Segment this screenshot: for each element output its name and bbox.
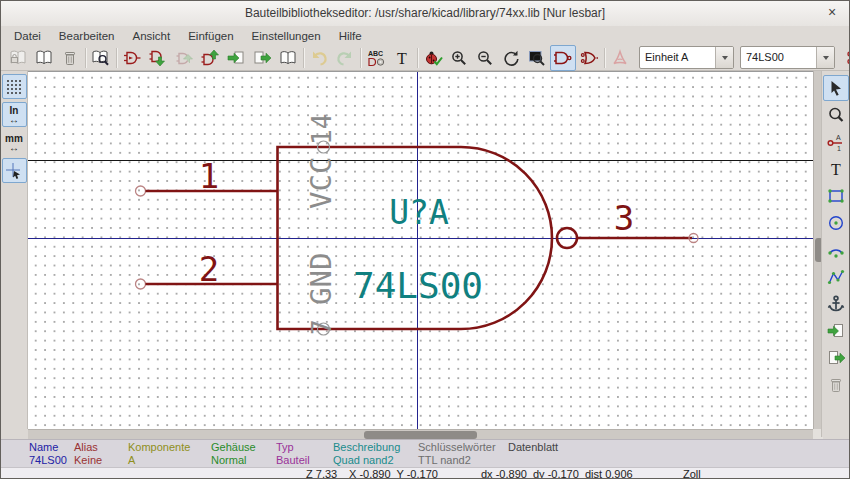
pin-input-2[interactable]: 2 [136, 249, 279, 289]
export-symbol-icon[interactable] [823, 345, 849, 371]
cursor-shape-icon[interactable] [2, 158, 27, 183]
info-field-komponente: Komponente A [128, 441, 190, 467]
scrollbar-corner [1, 429, 28, 439]
datasheet-icon[interactable] [607, 45, 633, 71]
demorgan-standard-icon[interactable] [550, 45, 576, 71]
demorgan-converted-icon[interactable] [576, 45, 602, 71]
title-bar[interactable]: Bauteilbibliothekseditor: /usr/share/kic… [1, 1, 849, 27]
pin-number: 3 [614, 198, 634, 238]
new-component-icon[interactable] [119, 45, 145, 71]
right-tools-toolbar: A1 T [821, 71, 849, 437]
part-select[interactable]: 74LS00 [740, 46, 835, 69]
unit-select[interactable]: Einheit A [639, 46, 734, 69]
part-select-value: 74LS00 [741, 47, 816, 68]
symbol-reference[interactable]: U?A [389, 193, 449, 232]
zoom-fit-icon[interactable] [524, 45, 550, 71]
part-select-dropdown-icon[interactable] [816, 47, 834, 68]
symbol-value[interactable]: 74LS00 [353, 265, 483, 306]
close-button[interactable]: × [823, 4, 841, 22]
zoom-in-icon[interactable] [446, 45, 472, 71]
main-toolbar: ABC T Einheit A [1, 45, 849, 71]
pin-number: 7 [307, 319, 337, 335]
add-polyline-icon[interactable] [823, 264, 849, 290]
select-library-icon[interactable] [31, 45, 57, 71]
pin-end-circle [136, 186, 146, 196]
svg-text:ABC: ABC [368, 49, 383, 56]
left-options-toolbar: In↔ mm↔ [1, 71, 28, 437]
pin-power-vcc[interactable]: 14 VCC [304, 114, 338, 209]
pin-input-1[interactable]: 1 [136, 156, 279, 196]
toolbar-separator [417, 48, 418, 68]
svg-text:T: T [831, 161, 841, 178]
pin-properties-icon[interactable] [843, 45, 850, 71]
delete-component-icon[interactable] [57, 45, 83, 71]
svg-text:T: T [397, 49, 407, 66]
erc-check-icon[interactable] [420, 45, 446, 71]
info-field-schluesselwoerter: Schlüsselwörter TTL nand2 [418, 441, 496, 467]
zoom-out-icon[interactable] [472, 45, 498, 71]
toolbar-separator [116, 48, 117, 68]
unit-select-dropdown-icon[interactable] [715, 47, 733, 68]
status-zoom-level: Z 7,33 [306, 468, 337, 479]
pin-number: 1 [199, 156, 219, 196]
pin-number: 14 [307, 114, 337, 145]
application-window: Bauteilbibliothekseditor: /usr/share/kic… [0, 0, 850, 479]
status-units: Zoll [683, 468, 701, 479]
status-bar: Z 7,33 X -0,890 Y -0,170 dx -0,890 dy -0… [1, 467, 849, 479]
info-field-alias: Alias Keine [74, 441, 102, 467]
info-field-name: Name 74LS00 [29, 441, 67, 467]
save-component-icon[interactable] [171, 45, 197, 71]
horizontal-scrollbar-thumb[interactable] [364, 431, 477, 439]
info-field-typ: Typ Bauteil [276, 441, 310, 467]
pin-name: GND [304, 253, 338, 305]
copy-component-icon[interactable] [223, 45, 249, 71]
units-mm-icon[interactable]: mm↔ [2, 130, 27, 155]
component-properties-icon[interactable]: ABC [363, 45, 389, 71]
redo-icon[interactable] [332, 45, 358, 71]
pin-output-3[interactable]: 3 [578, 198, 699, 243]
info-field-beschreibung: Beschreibung Quad nand2 [333, 441, 400, 467]
add-rectangle-icon[interactable] [823, 183, 849, 209]
pin-ground-gnd[interactable]: GND 7 [304, 253, 338, 335]
add-circle-icon[interactable] [823, 210, 849, 236]
grid-toggle-icon[interactable] [2, 74, 27, 99]
pin-name: VCC [304, 157, 338, 209]
export-component-icon[interactable] [249, 45, 275, 71]
add-arc-icon[interactable] [823, 237, 849, 263]
window-title: Bauteilbibliothekseditor: /usr/share/kic… [1, 6, 849, 20]
pin-end-circle [136, 279, 146, 289]
redraw-icon[interactable] [498, 45, 524, 71]
horizontal-scrollbar[interactable] [28, 429, 813, 439]
anchor-icon[interactable] [823, 291, 849, 317]
library-doc-icon[interactable] [275, 45, 301, 71]
add-text-icon[interactable]: T [823, 156, 849, 182]
toolbar-separator [604, 48, 605, 68]
toolbar-separator [85, 48, 86, 68]
menu-datei[interactable]: Datei [5, 28, 50, 44]
edit-fields-icon[interactable]: T [389, 45, 415, 71]
import-symbol-icon[interactable] [823, 318, 849, 344]
pin-number: 2 [199, 249, 219, 289]
status-cursor-position: X -0,890 Y -0,170 [349, 468, 438, 479]
delete-item-icon[interactable] [823, 372, 849, 398]
save-library-icon[interactable] [5, 45, 31, 71]
menu-einstellungen[interactable]: Einstellungen [243, 28, 330, 44]
import-component-icon[interactable] [197, 45, 223, 71]
add-pin-icon[interactable]: A1 [823, 129, 849, 155]
undo-icon[interactable] [306, 45, 332, 71]
menu-hilfe[interactable]: Hilfe [330, 28, 371, 44]
menu-bearbeiten[interactable]: Bearbeiten [50, 28, 124, 44]
menu-ansicht[interactable]: Ansicht [123, 28, 179, 44]
schematic-canvas[interactable]: 1 2 3 14 VCC GND 7 [28, 71, 813, 429]
toolbar-separator [303, 48, 304, 68]
component-info-bar: Name 74LS00 Alias Keine Komponente A Geh… [1, 439, 849, 467]
status-relative-delta: dx -0,890 dy -0,170 dist 0,906 [481, 468, 633, 479]
info-field-datenblatt: Datenblatt [508, 441, 558, 467]
units-inch-icon[interactable]: In↔ [2, 102, 27, 127]
library-browser-icon[interactable] [88, 45, 114, 71]
info-field-gehaeuse: Gehäuse Normal [211, 441, 256, 467]
zoom-select-icon[interactable] [823, 102, 849, 128]
load-component-icon[interactable] [145, 45, 171, 71]
menu-einfuegen[interactable]: Einfügen [179, 28, 242, 44]
cursor-icon[interactable] [823, 75, 849, 101]
